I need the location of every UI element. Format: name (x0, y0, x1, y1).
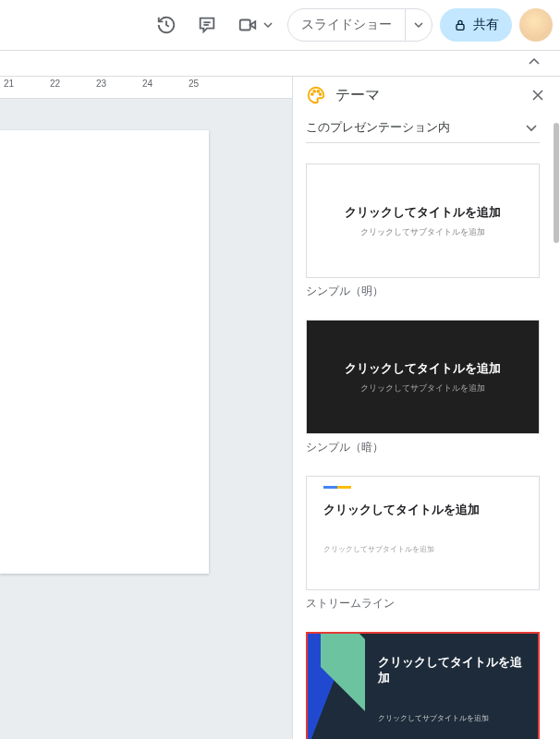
collapse-up-icon[interactable] (527, 55, 542, 73)
svg-point-5 (313, 91, 315, 92)
panel-header: テーマ (293, 77, 560, 112)
svg-point-7 (320, 93, 322, 95)
theme-thumb-simple-dark[interactable]: クリックしてタイトルを追加 クリックしてサブタイトルを追加 (306, 320, 540, 434)
thumb-subtitle: クリックしてサブタイトルを追加 (378, 713, 529, 723)
chevron-down-icon (523, 119, 540, 136)
theme-thumb-focus[interactable]: クリックしてタイトルを追加 クリックしてサブタイトルを追加 (306, 632, 540, 739)
thumb-title: クリックしてタイトルを追加 (345, 204, 501, 221)
theme-item-simple-light: クリックしてタイトルを追加 クリックしてサブタイトルを追加 シンプル（明） (306, 164, 540, 299)
ruler: 21 22 23 24 25 (0, 77, 292, 99)
ruler-tick: 21 (4, 79, 31, 89)
section-in-this-presentation[interactable]: このプレゼンテーション内 (306, 112, 540, 143)
ruler-tick: 24 (142, 79, 170, 89)
panel-scroll[interactable]: このプレゼンテーション内 クリックしてタイトルを追加 クリックしてサブタイトルを… (293, 112, 553, 739)
thumb-title: クリックしてタイトルを追加 (345, 360, 501, 377)
slideshow-caret[interactable] (406, 9, 432, 41)
theme-label: ストリームライン (306, 596, 540, 612)
subbar (0, 51, 560, 77)
thumb-title: クリックしてタイトルを追加 (323, 502, 480, 518)
slideshow-button-label: スライドショー (301, 17, 392, 33)
theme-thumb-streamline[interactable]: クリックしてタイトルを追加 クリックしてサブタイトルを追加 (306, 476, 540, 590)
canvas-area: 21 22 23 24 25 (0, 77, 292, 739)
thumb-subtitle: クリックしてサブタイトルを追加 (360, 382, 485, 394)
ruler-tick: 23 (96, 79, 124, 89)
palette-icon (306, 85, 326, 105)
share-button-label: 共有 (473, 17, 499, 33)
avatar[interactable] (519, 8, 553, 42)
section-label: このプレゼンテーション内 (306, 119, 450, 136)
video-icon[interactable] (231, 8, 264, 42)
theme-art (308, 634, 378, 739)
theme-item-streamline: クリックしてタイトルを追加 クリックしてサブタイトルを追加 ストリームライン (306, 476, 540, 612)
theme-item-focus: クリックしてタイトルを追加 クリックしてサブタイトルを追加 (306, 632, 540, 739)
slide-viewport[interactable] (0, 99, 292, 739)
theme-label: シンプル（明） (306, 284, 540, 299)
slide-canvas[interactable] (0, 130, 209, 574)
lock-icon (453, 18, 468, 32)
main-toolbar: スライドショー 共有 (0, 0, 560, 51)
content: 21 22 23 24 25 テーマ (0, 77, 560, 739)
ruler-tick: 25 (189, 79, 216, 89)
svg-point-6 (317, 91, 319, 92)
accent-bar-icon (323, 486, 351, 489)
comment-icon[interactable] (190, 8, 224, 42)
video-caret-icon[interactable] (262, 18, 274, 31)
svg-point-4 (311, 93, 313, 95)
thumb-subtitle: クリックしてサブタイトルを追加 (323, 544, 434, 554)
thumb-subtitle: クリックしてサブタイトルを追加 (360, 226, 485, 238)
slideshow-split-button: スライドショー (287, 8, 432, 42)
themes-panel: テーマ このプレゼンテーション内 クリックしてタイトルを追加 クリックしてサブタ… (292, 77, 560, 739)
scrollbar-thumb[interactable] (554, 123, 559, 243)
panel-title: テーマ (335, 86, 517, 105)
share-button[interactable]: 共有 (440, 8, 512, 42)
theme-item-simple-dark: クリックしてタイトルを追加 クリックしてサブタイトルを追加 シンプル（暗） (306, 320, 540, 455)
thumb-title: クリックしてタイトルを追加 (378, 655, 529, 686)
ruler-tick: 22 (50, 79, 78, 89)
theme-label: シンプル（暗） (306, 440, 540, 455)
history-icon[interactable] (150, 8, 183, 42)
close-panel-button[interactable] (527, 84, 549, 106)
panel-scrollbar[interactable] (553, 112, 560, 739)
slideshow-button[interactable]: スライドショー (288, 9, 406, 41)
theme-thumb-simple-light[interactable]: クリックしてタイトルを追加 クリックしてサブタイトルを追加 (306, 164, 540, 278)
svg-rect-3 (457, 24, 464, 30)
present-video-combo[interactable] (231, 8, 274, 42)
